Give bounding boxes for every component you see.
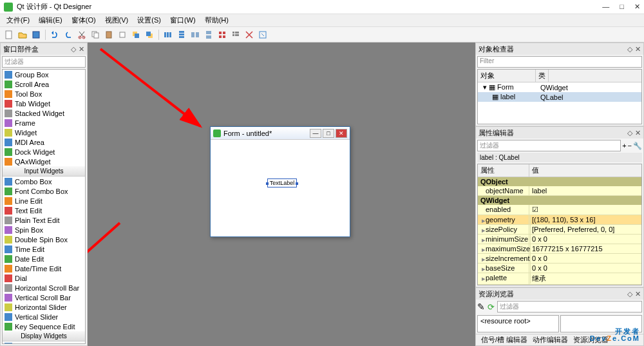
- widget-item[interactable]: Dial: [3, 273, 85, 283]
- new-file-button[interactable]: [3, 28, 15, 41]
- widget-item[interactable]: Spin Box: [3, 225, 85, 235]
- property-table[interactable]: 属性值 QObjectobjectNamelabelQWidgetenabled…: [477, 164, 642, 285]
- maximize-button[interactable]: □: [620, 3, 624, 11]
- widget-item[interactable]: Tab Widget: [3, 99, 85, 108]
- bring-front-button[interactable]: [143, 28, 156, 41]
- widget-item[interactable]: Horizontal Scroll Bar: [3, 283, 85, 293]
- add-prop-button[interactable]: +: [622, 142, 626, 149]
- prop-row[interactable]: ▸maximumSize16777215 x 16777215: [478, 244, 641, 254]
- form-min-button[interactable]: —: [310, 129, 321, 138]
- dock-close-button[interactable]: ✕: [635, 129, 641, 137]
- widget-item[interactable]: Label: [3, 341, 85, 344]
- prop-section[interactable]: QWidget: [478, 196, 641, 205]
- menu-window[interactable]: 窗口(W): [166, 14, 200, 26]
- prop-row[interactable]: enabled☑: [478, 205, 641, 215]
- widget-item[interactable]: Scroll Area: [3, 79, 85, 89]
- dock-float-button[interactable]: ◇: [627, 45, 632, 53]
- widget-item[interactable]: Horizontal Slider: [3, 302, 85, 312]
- widget-item[interactable]: Date/Time Edit: [3, 264, 85, 273]
- prop-row[interactable]: ▸sizePolicy[Preferred, Preferred, 0, 0]: [478, 225, 641, 235]
- undo-button[interactable]: [48, 28, 61, 41]
- res-filter[interactable]: 过滤器: [497, 301, 642, 312]
- widget-group-header[interactable]: Input Widgets: [3, 166, 85, 177]
- widget-item[interactable]: Font Combo Box: [3, 186, 85, 196]
- tab-actions[interactable]: 动作编辑器: [533, 335, 568, 345]
- delete-button[interactable]: [116, 28, 129, 41]
- form-body[interactable]: TextLabel: [211, 140, 350, 236]
- widget-item[interactable]: QAxWidget: [3, 157, 85, 166]
- widget-item[interactable]: Stacked Widget: [3, 108, 85, 118]
- dock-float-button[interactable]: ◇: [71, 45, 76, 53]
- edit-resource-button[interactable]: ✎: [477, 302, 485, 312]
- widget-item[interactable]: Key Sequence Edit: [3, 322, 85, 331]
- widget-item[interactable]: Double Spin Box: [3, 235, 85, 244]
- layout-form-button[interactable]: [229, 28, 242, 41]
- widget-item[interactable]: Text Edit: [3, 206, 85, 215]
- prop-section[interactable]: QObject: [478, 177, 641, 186]
- prop-row[interactable]: ▸minimumSize0 x 0: [478, 235, 641, 244]
- widget-item[interactable]: Date Edit: [3, 254, 85, 264]
- reload-resource-button[interactable]: ⟳: [488, 302, 495, 312]
- form-titlebar[interactable]: Form - untitled* — □ ✕: [211, 127, 350, 140]
- widget-group-header[interactable]: Display Widgets: [3, 331, 85, 341]
- prop-row[interactable]: objectNamelabel: [478, 186, 641, 196]
- widget-item[interactable]: Combo Box: [3, 177, 85, 186]
- object-row[interactable]: ▦ labelQLabel: [478, 92, 641, 102]
- prop-row[interactable]: ▸sizeIncrement0 x 0: [478, 254, 641, 264]
- widget-item[interactable]: Time Edit: [3, 244, 85, 254]
- redo-button[interactable]: [62, 28, 75, 41]
- prop-config-button[interactable]: 🔧: [633, 142, 642, 150]
- widget-item[interactable]: Plain Text Edit: [3, 215, 85, 225]
- widget-list[interactable]: Group BoxScroll AreaTool BoxTab WidgetSt…: [2, 69, 86, 344]
- menu-view[interactable]: 视图(V): [101, 14, 133, 26]
- menu-settings[interactable]: 设置(S): [133, 14, 165, 26]
- design-canvas[interactable]: Form - untitled* — □ ✕ TextLabel: [88, 43, 475, 346]
- tab-signals[interactable]: 信号/槽 编辑器: [481, 335, 527, 345]
- dock-close-button[interactable]: ✕: [635, 290, 641, 298]
- paste-button[interactable]: [102, 28, 115, 41]
- send-back-button[interactable]: [129, 28, 142, 41]
- menu-help[interactable]: 帮助(H): [201, 14, 232, 26]
- object-row[interactable]: ▾ ▦ FormQWidget: [478, 82, 641, 92]
- dock-float-button[interactable]: ◇: [627, 129, 632, 137]
- widget-item[interactable]: MDI Area: [3, 137, 85, 147]
- widget-filter-input[interactable]: 过滤器: [2, 56, 86, 68]
- widget-item[interactable]: Vertical Slider: [3, 312, 85, 322]
- save-button[interactable]: [30, 28, 43, 41]
- prop-filter[interactable]: 过滤器: [477, 140, 621, 151]
- dock-close-button[interactable]: ✕: [79, 45, 84, 53]
- open-file-button[interactable]: [16, 28, 29, 41]
- break-layout-button[interactable]: [243, 28, 256, 41]
- menu-file[interactable]: 文件(F): [3, 14, 33, 26]
- object-tree[interactable]: 对象类 ▾ ▦ FormQWidget▦ labelQLabel: [477, 69, 642, 124]
- form-close-button[interactable]: ✕: [336, 129, 347, 138]
- widget-item[interactable]: Dock Widget: [3, 147, 85, 157]
- copy-button[interactable]: [89, 28, 102, 41]
- widget-item[interactable]: Widget: [3, 128, 85, 137]
- adjust-size-button[interactable]: [256, 28, 269, 41]
- form-max-button[interactable]: □: [323, 129, 334, 138]
- menu-form[interactable]: 窗体(O): [68, 14, 100, 26]
- form-window[interactable]: Form - untitled* — □ ✕ TextLabel: [210, 126, 350, 237]
- dock-float-button[interactable]: ◇: [627, 290, 632, 298]
- prop-row[interactable]: ▸palette继承: [478, 273, 641, 285]
- remove-prop-button[interactable]: −: [628, 142, 632, 149]
- prop-row[interactable]: ▸geometry[(180, 110), 53 x 16]: [478, 215, 641, 225]
- layout-vsplit-button[interactable]: [202, 28, 215, 41]
- layout-v-button[interactable]: [175, 28, 188, 41]
- inspector-filter[interactable]: Filter: [477, 56, 642, 68]
- cut-button[interactable]: [75, 28, 88, 41]
- label-widget[interactable]: TextLabel: [267, 178, 297, 187]
- widget-item[interactable]: Tool Box: [3, 89, 85, 99]
- close-button[interactable]: ✕: [634, 3, 640, 11]
- layout-hsplit-button[interactable]: [189, 28, 202, 41]
- menu-edit[interactable]: 编辑(E): [35, 14, 66, 26]
- widget-item[interactable]: Line Edit: [3, 196, 85, 206]
- layout-grid-button[interactable]: [216, 28, 229, 41]
- widget-item[interactable]: Frame: [3, 118, 85, 128]
- dock-close-button[interactable]: ✕: [635, 45, 641, 53]
- resource-tree[interactable]: <resource root>: [477, 315, 559, 332]
- layout-h-button[interactable]: [162, 28, 175, 41]
- minimize-button[interactable]: —: [602, 3, 609, 11]
- prop-row[interactable]: ▸baseSize0 x 0: [478, 264, 641, 273]
